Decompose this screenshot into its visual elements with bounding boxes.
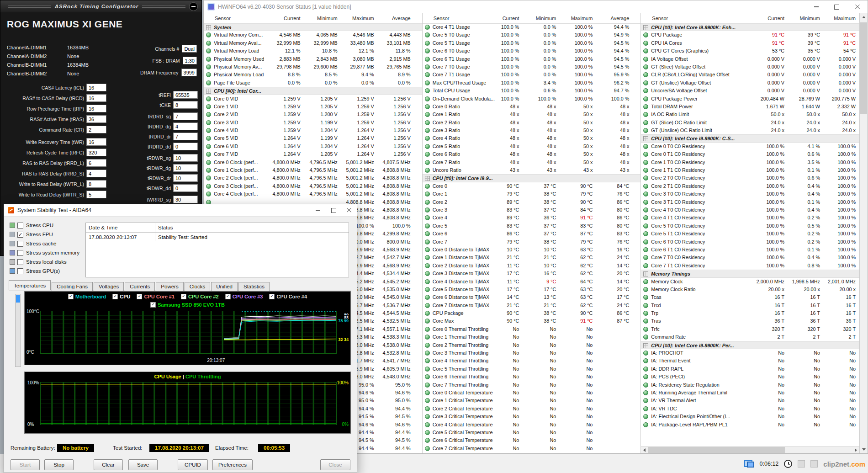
sensor-row[interactable]: Core 2 Ratio48 x48 x50 x48 x [423,119,641,127]
tab-clocks[interactable]: Clocks [185,282,211,291]
stress-checkbox[interactable] [17,250,23,256]
sensor-row[interactable]: Core 0 T1 C0 Residency100.0 %0.6 %100.0 … [641,150,859,158]
timing-value-field[interactable]: 65535 [173,91,198,99]
sensor-row[interactable]: IA: PROCHOTNoNoNo [641,349,859,357]
legend-checkbox[interactable]: ✓ [137,294,142,299]
sensor-row[interactable]: Core 3 Distance to TjMAX17 °C16 °C62 °C2… [423,270,641,277]
sensor-row[interactable]: Core 090 °C37 °C90 °C84 °C [423,182,641,190]
stress-checkbox[interactable] [17,241,23,247]
sensor-row[interactable]: Core 0 Critical TemperatureNoNoNo [423,389,641,397]
timing-value-field[interactable]: 16 [86,94,106,102]
sensor-row[interactable]: CPU Package91 °C39 °C91 °C [641,31,859,39]
column-header-sensor[interactable]: Sensor [434,13,450,23]
sensor-group-row[interactable]: System [204,23,422,31]
sensor-row[interactable]: Core 686 °C37 °C87 °C83 °C [423,230,641,238]
memory-info-value[interactable]: Dual [182,45,197,53]
sensor-row[interactable]: Uncore Ratio43 x43 x43 x43 x [423,166,641,174]
minimize-button[interactable] [806,0,826,13]
sensor-row[interactable]: Core 0 T0 C0 Residency100.0 %4.1 %100.0 … [641,143,859,150]
scroll-up-arrow[interactable] [860,13,868,21]
timing-value-field[interactable]: 30 [173,196,198,203]
column-header[interactable]: Maximum [834,13,856,23]
sensor-row[interactable]: Core 6 T1 C0 Residency100.0 %0.1 %100.0 … [641,246,859,254]
sensor-row[interactable]: Physical Memory Used2,883 MB2,843 MB3,08… [204,55,422,63]
sensor-group-row[interactable]: CPU [#0]: Intel Core i9-9900K: C-S... [641,134,859,142]
sensor-row[interactable]: Trp16 T16 T16 T [641,309,859,317]
sensor-row[interactable]: Core 6 Ratio48 x48 x50 x48 x [423,150,641,158]
column-header[interactable]: Minimum [799,13,820,23]
tab-powers[interactable]: Powers [156,282,183,291]
sensor-row[interactable]: Core 4 VID1.259 V1.204 V1.264 V1.256 V [204,127,422,134]
vertical-scrollbar[interactable] [860,13,868,453]
timing-value-field[interactable]: 7 [173,112,198,120]
sensor-row[interactable]: Uncore/SA Voltage Offset0.000 V0.000 V0.… [641,87,859,95]
log-row[interactable]: 17.08.2020 20:13:07 Stability Test: Star… [86,233,349,241]
stress-checkbox[interactable] [17,268,23,274]
sensor-row[interactable]: Core 1 Distance to TjMAX21 °C21 °C62 °C2… [423,254,641,261]
sensor-row[interactable]: Core 2 VID1.259 V1.200 V1.259 V1.256 V [204,111,422,118]
sensor-row[interactable]: Core 1 T1 C0 Residency100.0 %0.1 %100.0 … [641,166,859,174]
tab-statistics[interactable]: Statistics [238,282,270,291]
sensor-row[interactable]: Core 6 VID1.264 V1.204 V1.264 V1.256 V [204,143,422,150]
column-header[interactable]: Current [767,13,784,23]
sensor-row[interactable]: IA: VR Thermal AlertNoNoNo [641,397,859,404]
column-header[interactable]: Average [392,13,411,23]
sensor-row[interactable]: Core 3 Critical TemperatureNoNoNo [423,413,641,420]
sensor-row[interactable]: Core 7 T0 C0 Residency100.0 %0.4 %100.0 … [641,254,859,261]
legend-checkbox[interactable]: ✓ [269,294,275,299]
memory-info-value[interactable]: 3999 [181,69,197,76]
sensor-row[interactable]: Physical Memory Av...29,798 MB29,600 MB2… [204,63,422,71]
memory-info-value[interactable]: 1:30 [183,57,197,64]
tab-currents[interactable]: Currents [125,282,155,291]
sensor-group-row[interactable]: CPU [#0]: Intel Core i9-9900K: Enh... [641,23,859,31]
sensor-row[interactable]: Trcd16 T16 T16 T [641,302,859,309]
save-button[interactable]: Save [128,459,158,470]
sensor-row[interactable]: Core 0 Ratio48 x48 x50 x48 x [423,103,641,111]
sensor-row[interactable]: IA: Package-Level RAPL/PBM PL1NoNoNo [641,421,859,429]
column-header[interactable]: Current [284,13,301,23]
column-header[interactable]: Minimum [536,13,556,23]
sensor-row[interactable]: IA: PCS (PECI)NoNoNo [641,373,859,381]
timing-value-field[interactable]: 2 [86,126,106,133]
sensor-row[interactable]: Tras36 T36 T36 T [641,317,859,325]
timing-value-field[interactable]: 16 [86,138,106,146]
vertical-scroll-thumb[interactable] [860,22,867,114]
sensor-row[interactable]: CPU Package90 °C38 °C90 °C86 °C [423,309,641,317]
sensor-row[interactable]: Core 4 T1 Usage100.0 %0.0 %100.0 %94.4 % [423,23,641,31]
column-header-sensor[interactable]: Sensor [215,13,231,23]
sensor-row[interactable]: Total DRAM Power1.671 W1.644 W2.332 W [641,103,859,111]
sensor-group-row[interactable]: CPU [#0]: Intel Cor... [204,87,422,95]
sensor-row[interactable]: Core 7 Ratio48 x48 x50 x48 x [423,159,641,166]
sensor-row[interactable]: IA OC Ratio Limit50.0 x50.0 x50.0 x [641,111,859,118]
sensor-row[interactable]: Core 179 °C38 °C79 °C76 °C [423,190,641,198]
legend-item[interactable]: ✓Motherboard [68,294,106,299]
sensor-row[interactable]: GT (Slice) OC Ratio Limit24.0 x24.0 x24.… [641,119,859,127]
sensor-row[interactable]: Tcas16 T16 T16 T [641,293,859,301]
timing-value-field[interactable]: 8 [86,180,106,188]
minimize-button[interactable] [310,204,326,216]
graph-scrollbar[interactable] [15,294,21,367]
cpuid-button[interactable]: CPUID [178,459,208,470]
tab-cooling-fans[interactable]: Cooling Fans [52,282,93,291]
sensor-row[interactable]: Core 2 Clock (perf...4,800.0 MHz4,796.5 … [204,174,422,182]
sensor-row[interactable]: Core 4 Critical TemperatureNoNoNo [423,421,641,429]
column-header[interactable]: Minimum [317,13,338,23]
sensor-row[interactable]: Core 2 Distance to TjMAX11 °C10 °C62 °C1… [423,262,641,270]
sensor-row[interactable]: Core 0 VID1.259 V1.205 V1.259 V1.256 V [204,95,422,103]
legend-item[interactable]: ✓CPU Core #2 [181,294,219,299]
clock-icon[interactable] [784,460,792,468]
legend-checkbox[interactable]: ✓ [112,294,118,299]
sensor-row[interactable]: CPU IA Cores91 °C39 °C91 °C [641,39,859,47]
timing-value-field[interactable]: 4 [173,122,198,130]
timing-value-field[interactable]: 16 [86,84,106,91]
sensor-row[interactable]: Core 5 Thermal ThrottlingNoNoNo [423,365,641,373]
sensor-group-row[interactable]: Memory Timings [641,270,859,277]
sensor-row[interactable]: Core 489 °C36 °C91 °C86 °C [423,214,641,222]
legend-checkbox[interactable]: ✓ [225,294,231,299]
sensor-row[interactable]: Core 3 Ratio48 x48 x50 x48 x [423,127,641,134]
timing-value-field[interactable]: 10 [173,174,198,182]
sensor-row[interactable]: Core 5 VID1.264 V1.199 V1.264 V1.256 V [204,134,422,142]
sensor-row[interactable]: Memory Clock Ratio20.00 x20.00 x20.00 x [641,286,859,293]
sensor-row[interactable]: IA: Electrical Design Point/Other (I...N… [641,413,859,420]
sensor-row[interactable]: Core 5 T1 C0 Residency100.0 %0.2 %100.0 … [641,230,859,238]
